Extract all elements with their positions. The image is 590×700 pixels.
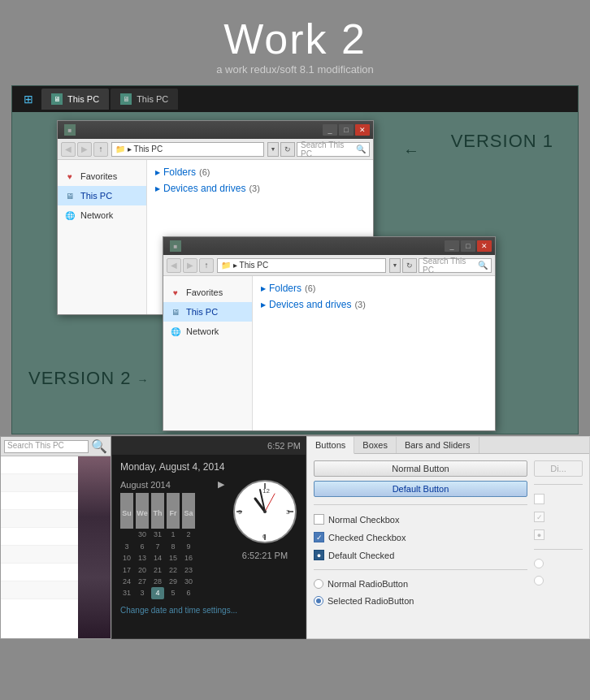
- taskbar-tab-2[interactable]: 🖥 This PC: [111, 89, 178, 110]
- taskbar-tab-1[interactable]: 🖥 This PC: [41, 89, 109, 110]
- normal-checkbox-item[interactable]: Normal Checkbox: [314, 512, 527, 526]
- drives-text-2: Devices and drives: [269, 299, 351, 310]
- cal-day-sa: Sa: [182, 493, 195, 529]
- normal-radio-circle[interactable]: [314, 579, 323, 589]
- folders-arrow-2: ▶: [261, 285, 266, 292]
- version2-arrow: →: [137, 374, 150, 387]
- window2-back[interactable]: ◀: [167, 258, 181, 273]
- checked-checkbox-item[interactable]: ✓ Checked Checkbox: [314, 530, 527, 544]
- window1-search[interactable]: Search This PC 🔍: [297, 142, 370, 157]
- showcase-area: ⊞ 🖥 This PC 🖥 This PC VERSION 1 ← ■ _ □ …: [11, 85, 579, 434]
- selected-radio-circle[interactable]: [314, 596, 323, 606]
- window1-up[interactable]: ↑: [93, 142, 108, 157]
- drives-header-1[interactable]: ▶ Devices and drives (3): [155, 183, 365, 194]
- divider-4: [534, 549, 583, 550]
- default-checked-item[interactable]: ● Default Checked: [314, 548, 527, 562]
- window2-toolbar: ◀ ▶ ↑ 📁 ▸ This PC ▼ ↻ Search This PC 🔍: [163, 255, 495, 276]
- window1-address-dropdown[interactable]: ▼: [267, 142, 279, 157]
- checked-checkbox-box[interactable]: ✓: [314, 532, 324, 542]
- folders-header-2[interactable]: ▶ Folders (6): [261, 283, 487, 294]
- window1-titlebar: ■ _ □ ✕: [58, 121, 373, 139]
- sidebar-item-thispc-label-1: This PC: [80, 191, 112, 201]
- sidebar-item-favorites-1[interactable]: ♥ Favorites: [58, 166, 146, 186]
- tab-folder-icon-2: 🖥: [120, 93, 132, 105]
- folders-header-1[interactable]: ▶ Folders (6): [155, 166, 365, 178]
- window2-up[interactable]: ↑: [199, 258, 214, 273]
- drives-arrow-1: ▶: [155, 185, 160, 192]
- clock-date: Monday, August 4, 2014: [120, 461, 297, 473]
- window-version2: ■ _ □ ✕ ◀ ▶ ↑ 📁 ▸ This PC ▼ ↻ Search Thi…: [163, 236, 496, 431]
- window2-forward[interactable]: ▶: [183, 258, 197, 273]
- cal-month-label: August 2014: [120, 480, 171, 490]
- default-checked-box[interactable]: ●: [314, 550, 324, 560]
- sidebar-item-network-1[interactable]: 🌐 Network: [58, 205, 146, 225]
- window1-close[interactable]: ✕: [355, 124, 370, 136]
- window2-maximize[interactable]: □: [461, 240, 475, 252]
- sidebar-item-network-label-1: Network: [80, 210, 113, 220]
- search-panel-placeholder: Search This PC: [7, 441, 64, 450]
- window1-address[interactable]: 📁 ▸ This PC: [111, 142, 264, 157]
- cal-row-4: 17 20 21 22 23: [120, 564, 224, 576]
- sidebar-item-thispc-1[interactable]: 🖥 This PC: [58, 186, 146, 205]
- disabled-checkbox-box: [534, 494, 544, 504]
- bottom-panels: Search This PC 🔍 6:52 PM Monday, August …: [0, 436, 590, 639]
- search-panel: Search This PC 🔍: [0, 436, 111, 639]
- window2-address[interactable]: 📁 ▸ This PC: [217, 258, 386, 273]
- sidebar-item-thispc-2[interactable]: 🖥 This PC: [163, 302, 252, 322]
- normal-radio-item[interactable]: Normal RadioButton: [314, 577, 527, 590]
- window2-close[interactable]: ✕: [477, 240, 492, 252]
- window1-maximize[interactable]: □: [339, 124, 354, 136]
- clock-change-link[interactable]: Change date and time settings...: [120, 606, 297, 615]
- clock-panel: 6:52 PM Monday, August 4, 2014 August 20…: [111, 436, 306, 639]
- version2-label: VERSION 2 →: [28, 368, 150, 389]
- tab-bars-sliders[interactable]: Bars and Sliders: [397, 437, 479, 453]
- cal-day-su: Su: [120, 493, 133, 529]
- tab-buttons[interactable]: Buttons: [307, 437, 354, 454]
- disabled-default-box: ●: [534, 529, 544, 540]
- disabled-default-item: ●: [534, 528, 583, 542]
- clock-content: Monday, August 4, 2014 August 2014 ▶ Su …: [112, 455, 306, 621]
- normal-button[interactable]: Normal Button: [314, 460, 527, 477]
- window1-forward[interactable]: ▶: [77, 142, 92, 157]
- drives-header-2[interactable]: ▶ Devices and drives (3): [261, 299, 487, 310]
- normal-checkbox-box[interactable]: [314, 514, 324, 525]
- sidebar-item-favorites-2[interactable]: ♥ Favorites: [163, 283, 252, 302]
- cal-row-2: 3 6 7 8 9: [120, 541, 224, 552]
- tab-folder-icon-1: 🖥: [51, 93, 63, 105]
- window1-back[interactable]: ◀: [61, 142, 76, 157]
- window2-refresh[interactable]: ↻: [402, 258, 417, 273]
- folders-count-2: (6): [305, 283, 315, 293]
- default-button[interactable]: Default Button: [314, 481, 527, 497]
- folders-text-1: Folders: [163, 166, 196, 178]
- drives-count-2: (3): [354, 300, 365, 309]
- favorites-icon-2: ♥: [170, 287, 181, 298]
- search-panel-input[interactable]: Search This PC: [4, 440, 89, 453]
- normal-checkbox-label: Normal Checkbox: [328, 515, 399, 525]
- sidebar-item-network-label-2: Network: [186, 326, 219, 336]
- svg-text:3: 3: [286, 508, 290, 516]
- search-panel-header: Search This PC 🔍: [1, 437, 111, 456]
- window1-refresh[interactable]: ↻: [280, 142, 295, 157]
- sidebar-item-network-2[interactable]: 🌐 Network: [163, 322, 252, 341]
- cal-day-th: Th: [151, 493, 164, 529]
- drives-text-1: Devices and drives: [163, 183, 245, 194]
- cal-row-6: 31 3 4 5 6: [120, 587, 224, 598]
- cal-grid: Su We Th Fr Sa 30 31 1 2: [120, 493, 224, 599]
- checked-checkbox-label: Checked Checkbox: [328, 533, 406, 542]
- svg-text:12: 12: [262, 487, 270, 495]
- svg-point-12: [263, 510, 267, 513]
- window2-address-dropdown[interactable]: ▼: [389, 258, 401, 273]
- buttons-panel: Buttons Boxes Bars and Sliders Normal Bu…: [306, 436, 590, 639]
- version1-label: VERSION 1: [451, 131, 553, 152]
- disabled-checked-item: ✓: [534, 510, 583, 524]
- window2-content: ▶ Folders (6) ▶ Devices and drives (3): [253, 276, 495, 430]
- selected-radio-item[interactable]: Selected RadioButton: [314, 594, 527, 607]
- window2-search[interactable]: Search This PC 🔍: [419, 258, 492, 273]
- folders-text-2: Folders: [269, 283, 302, 294]
- mini-calendar: August 2014 ▶ Su We Th Fr Sa: [120, 479, 224, 599]
- windows-button[interactable]: ⊞: [17, 88, 40, 110]
- tab-boxes[interactable]: Boxes: [354, 437, 397, 453]
- cal-row-1: 30 31 1 2: [120, 529, 224, 540]
- window2-minimize[interactable]: _: [445, 240, 459, 252]
- window1-minimize[interactable]: _: [323, 124, 337, 136]
